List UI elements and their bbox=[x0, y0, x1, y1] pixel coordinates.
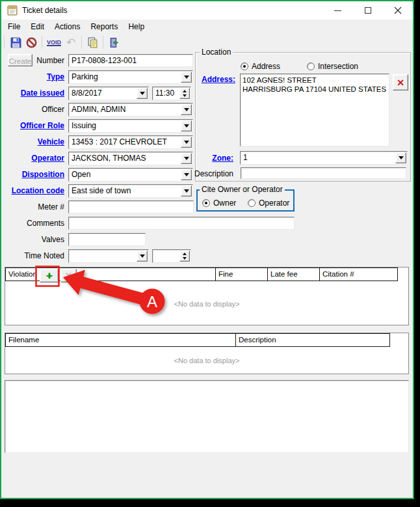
comments-label: Comments bbox=[1, 219, 64, 228]
menu-actions[interactable]: Actions bbox=[49, 21, 85, 33]
valves-field[interactable] bbox=[69, 234, 145, 245]
remove-violation-button[interactable]: ✕ bbox=[60, 269, 77, 282]
vehicle-dropdown[interactable]: 13453 : 2017 CHEVROLET bbox=[68, 135, 193, 149]
location-code-dropdown-button[interactable] bbox=[181, 185, 192, 197]
operator-link[interactable]: Operator bbox=[1, 154, 64, 163]
officer-dropdown[interactable]: ADMIN, ADMIN bbox=[68, 103, 193, 116]
copy-button[interactable] bbox=[85, 35, 100, 49]
officer-role-dropdown-button[interactable] bbox=[181, 120, 192, 131]
valves-label: Valves bbox=[1, 235, 64, 244]
operator-dropdown-button[interactable] bbox=[181, 153, 192, 164]
date-issued-dropdown[interactable]: 8/8/2017 bbox=[68, 87, 149, 100]
notes-area[interactable] bbox=[5, 380, 409, 453]
add-violation-button[interactable]: + bbox=[40, 269, 59, 282]
operator-radio-label[interactable]: Operator bbox=[259, 199, 289, 208]
chevron-down-icon bbox=[184, 141, 189, 144]
maximize-button[interactable] bbox=[353, 1, 382, 20]
officer-role-link[interactable]: Officer Role bbox=[1, 121, 64, 130]
violation-column-header[interactable]: Violation bbox=[5, 267, 216, 281]
time-noted-spin-buttons[interactable] bbox=[179, 251, 190, 262]
valves-field-box bbox=[68, 233, 146, 246]
intersection-radio[interactable] bbox=[307, 62, 315, 70]
zone-link[interactable]: Zone: bbox=[195, 154, 233, 163]
chevron-down-icon bbox=[399, 156, 404, 159]
owner-radio-label[interactable]: Owner bbox=[213, 199, 236, 208]
spin-up-icon[interactable] bbox=[180, 89, 189, 94]
chevron-down-icon bbox=[184, 108, 189, 111]
chevron-down-icon bbox=[184, 157, 189, 160]
delete-address-button[interactable]: ✕ bbox=[393, 74, 408, 90]
chevron-down-icon bbox=[184, 189, 189, 193]
menu-reports[interactable]: Reports bbox=[85, 21, 123, 33]
late-fee-column-header[interactable]: Late fee bbox=[267, 267, 320, 281]
exit-door-icon bbox=[109, 37, 120, 48]
toolbar-separator bbox=[81, 36, 82, 49]
zone-dropdown-button[interactable] bbox=[395, 152, 406, 163]
toolbar-grip[interactable] bbox=[3, 36, 6, 49]
ticket-details-window: Ticket details File Edit Actions Reports… bbox=[0, 0, 414, 499]
menu-edit[interactable]: Edit bbox=[25, 21, 49, 33]
operator-dropdown[interactable]: JACKSON, THOMAS bbox=[68, 152, 193, 165]
filename-column-header[interactable]: Filename bbox=[5, 333, 236, 347]
time-noted-spinner[interactable] bbox=[152, 249, 191, 263]
owner-radio[interactable] bbox=[202, 199, 210, 207]
address-radio-label[interactable]: Address bbox=[252, 62, 280, 71]
time-spin-buttons[interactable] bbox=[179, 88, 190, 99]
spin-up-icon[interactable] bbox=[180, 251, 189, 256]
time-issued-spinner[interactable]: 11:30 bbox=[152, 87, 191, 100]
officer-dropdown-button[interactable] bbox=[181, 104, 192, 115]
cancel-button[interactable] bbox=[23, 35, 39, 49]
date-issued-link[interactable]: Date issued bbox=[1, 89, 64, 98]
chevron-down-icon bbox=[140, 92, 145, 95]
comments-field[interactable] bbox=[69, 217, 294, 229]
time-noted-dropdown[interactable] bbox=[68, 249, 149, 263]
disposition-dropdown[interactable]: Open bbox=[68, 168, 193, 182]
type-link[interactable]: Type bbox=[1, 72, 64, 81]
files-grid: Filename Description <No data to display… bbox=[5, 333, 409, 374]
toolbar-separator bbox=[42, 36, 42, 49]
location-code-dropdown[interactable]: East side of town bbox=[68, 184, 193, 198]
intersection-radio-label[interactable]: Intersection bbox=[318, 62, 358, 71]
file-description-column-header[interactable]: Description bbox=[235, 333, 390, 347]
date-dropdown-button[interactable] bbox=[137, 88, 148, 99]
address-box[interactable]: 102 AGNES! STREET HARRISBURG PA 17104 UN… bbox=[240, 74, 389, 146]
remove-icon: ✕ bbox=[65, 271, 72, 281]
operator-radio[interactable] bbox=[248, 199, 256, 207]
spin-down-icon[interactable] bbox=[180, 256, 189, 262]
vehicle-dropdown-button[interactable] bbox=[181, 137, 192, 148]
zone-dropdown[interactable]: 1 bbox=[240, 151, 408, 165]
description-field-box bbox=[241, 167, 406, 179]
citation-column-header[interactable]: Citation # bbox=[319, 267, 398, 281]
disposition-link[interactable]: Disposition bbox=[1, 170, 64, 179]
delete-address-icon: ✕ bbox=[397, 77, 404, 88]
description-field[interactable] bbox=[241, 168, 406, 178]
meter-field[interactable] bbox=[69, 201, 193, 213]
time-noted-dropdown-button[interactable] bbox=[137, 251, 148, 262]
number-field[interactable]: P17-0808-123-001 bbox=[68, 54, 193, 67]
close-icon bbox=[394, 7, 402, 14]
add-icon: + bbox=[46, 271, 52, 281]
menu-file[interactable]: File bbox=[3, 21, 25, 33]
comments-field-box bbox=[68, 217, 295, 230]
menu-help[interactable]: Help bbox=[123, 21, 150, 33]
minimize-button[interactable] bbox=[323, 1, 352, 20]
violations-grid: Violation Fine Late fee Citation # + ✕ <… bbox=[5, 267, 409, 325]
vehicle-link[interactable]: Vehicle bbox=[1, 137, 64, 146]
toolbar-separator bbox=[103, 36, 103, 49]
toolbar: VOID ↶ bbox=[3, 34, 122, 51]
fine-column-header[interactable]: Fine bbox=[215, 267, 268, 281]
type-dropdown[interactable]: Parking bbox=[68, 70, 193, 84]
disposition-dropdown-button[interactable] bbox=[181, 169, 192, 180]
officer-role-dropdown[interactable]: Issuing bbox=[68, 119, 193, 133]
undo-button[interactable]: ↶ bbox=[63, 35, 79, 49]
undo-icon: ↶ bbox=[66, 36, 75, 49]
location-code-link[interactable]: Location code bbox=[1, 186, 64, 195]
exit-button[interactable] bbox=[106, 35, 122, 49]
close-button[interactable] bbox=[383, 1, 412, 20]
void-button[interactable]: VOID bbox=[45, 35, 63, 49]
save-button[interactable] bbox=[8, 35, 23, 49]
address-link[interactable]: Address: bbox=[195, 75, 235, 84]
spin-down-icon[interactable] bbox=[180, 94, 189, 99]
type-dropdown-button[interactable] bbox=[181, 72, 192, 83]
address-radio[interactable] bbox=[241, 62, 248, 70]
